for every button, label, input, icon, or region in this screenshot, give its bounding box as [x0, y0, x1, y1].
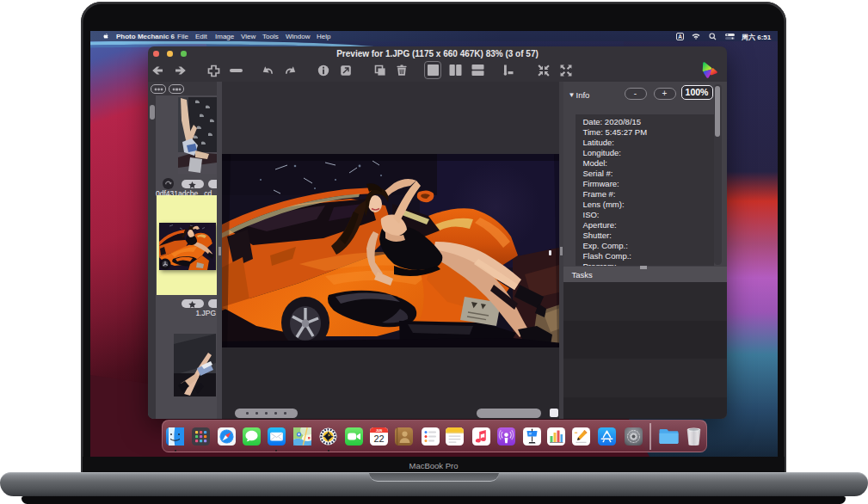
- svg-text:22: 22: [373, 433, 384, 444]
- svg-text:JUN: JUN: [376, 429, 383, 433]
- svg-text:“: “: [575, 430, 578, 437]
